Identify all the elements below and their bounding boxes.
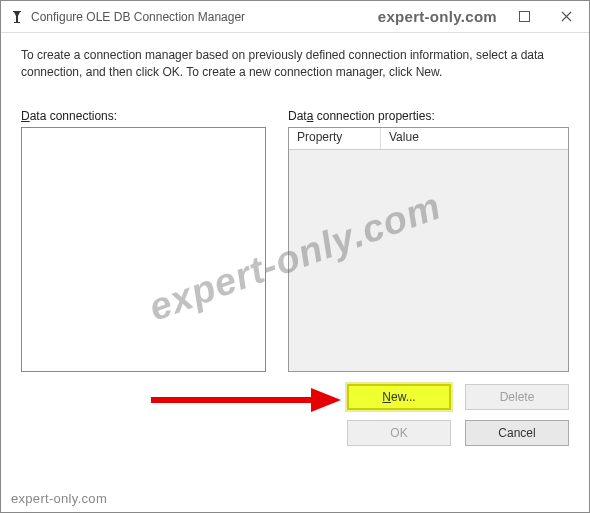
data-connections-label: Data connections:	[21, 109, 266, 123]
svg-marker-2	[311, 388, 341, 412]
red-arrow-annotation	[151, 386, 341, 414]
close-button[interactable]	[545, 2, 587, 32]
instructions-text: To create a connection manager based on …	[21, 47, 569, 81]
properties-grid[interactable]: Property Value	[288, 127, 569, 372]
svg-rect-0	[519, 12, 529, 22]
data-properties-pane: Data connection properties: Property Val…	[288, 109, 569, 372]
properties-header: Property Value	[289, 128, 568, 150]
ok-button: OK	[347, 420, 451, 446]
data-connections-pane: Data connections:	[21, 109, 266, 372]
panes-row: Data connections: Data connection proper…	[21, 109, 569, 372]
button-row-primary: New... Delete	[21, 384, 569, 410]
column-value[interactable]: Value	[381, 128, 568, 149]
footer-brand: expert-only.com	[11, 491, 107, 506]
cancel-button[interactable]: Cancel	[465, 420, 569, 446]
titlebar-brand: expert-only.com	[378, 8, 497, 25]
dialog-content: To create a connection manager based on …	[1, 33, 589, 456]
button-row-secondary: OK Cancel	[21, 420, 569, 446]
data-properties-label: Data connection properties:	[288, 109, 569, 123]
window-title: Configure OLE DB Connection Manager	[31, 10, 378, 24]
app-icon	[9, 9, 25, 25]
column-property[interactable]: Property	[289, 128, 381, 149]
delete-button: Delete	[465, 384, 569, 410]
new-button[interactable]: New...	[347, 384, 451, 410]
titlebar: Configure OLE DB Connection Manager expe…	[1, 1, 589, 33]
maximize-button[interactable]	[503, 2, 545, 32]
data-connections-listbox[interactable]	[21, 127, 266, 372]
